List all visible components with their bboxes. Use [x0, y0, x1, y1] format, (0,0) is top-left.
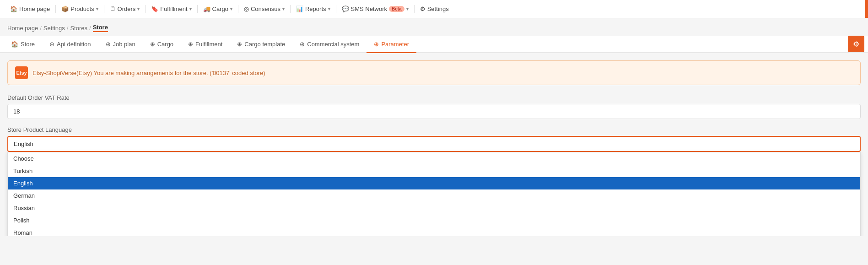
nav-divider — [55, 5, 56, 13]
chevron-down-icon: ▾ — [282, 6, 285, 11]
chevron-down-icon: ▾ — [406, 6, 409, 11]
tab-cargo[interactable]: ⊕ Cargo — [143, 36, 181, 53]
breadcrumb-stores[interactable]: Stores — [70, 25, 87, 32]
consensus-icon: ◎ — [244, 5, 249, 12]
nav-reports[interactable]: 📊 Reports ▾ — [291, 0, 335, 18]
breadcrumb-separator: / — [89, 25, 91, 32]
language-select-input[interactable] — [7, 136, 861, 152]
nav-divider — [414, 5, 415, 13]
fulfillment-icon: 🔖 — [151, 5, 158, 12]
top-navigation: 🏠 Home page 📦 Products ▾ 🗒 Orders ▾ 🔖 Fu… — [0, 0, 868, 18]
breadcrumb-separator: / — [40, 25, 42, 32]
etsy-icon: Etsy — [15, 66, 28, 79]
nav-divider — [290, 5, 291, 13]
nav-consensus[interactable]: ◎ Consensus ▾ — [239, 0, 289, 18]
products-icon: 📦 — [61, 5, 69, 12]
fulfillment-tab-icon: ⊕ — [188, 41, 193, 48]
tabs-bar: 🏠 Store ⊕ Api definition ⊕ Job plan ⊕ Ca… — [0, 36, 868, 53]
home-icon: 🏠 — [10, 5, 17, 12]
tab-api-definition[interactable]: ⊕ Api definition — [42, 36, 98, 53]
nav-divider — [238, 5, 238, 13]
store-tab-icon: 🏠 — [11, 41, 18, 48]
reports-icon: 📊 — [296, 5, 303, 12]
orders-icon: 🗒 — [110, 5, 116, 12]
breadcrumb-separator: / — [67, 25, 69, 32]
job-tab-icon: ⊕ — [106, 41, 111, 48]
dropdown-item-german[interactable]: German — [8, 189, 860, 202]
vat-rate-label: Default Order VAT Rate — [7, 94, 861, 101]
chevron-down-icon: ▾ — [230, 6, 232, 11]
gear-icon: ⚙ — [853, 40, 859, 49]
cargo-template-tab-icon: ⊕ — [237, 41, 242, 48]
language-dropdown: Choose Turkish English German Russian Po… — [7, 152, 861, 236]
beta-badge: Beta — [389, 6, 404, 12]
breadcrumb: Home page / Settings / Stores / Store — [0, 18, 868, 36]
tab-commercial-system[interactable]: ⊕ Commercial system — [292, 36, 367, 53]
alert-message: Etsy-ShopiVerse(Etsy) You are making arr… — [32, 70, 265, 76]
language-group: Store Product Language Choose Turkish En… — [7, 126, 861, 152]
alert-banner: Etsy Etsy-ShopiVerse(Etsy) You are makin… — [7, 60, 861, 85]
nav-divider — [145, 5, 146, 13]
commercial-tab-icon: ⊕ — [300, 41, 305, 48]
main-content: Etsy Etsy-ShopiVerse(Etsy) You are makin… — [0, 53, 868, 236]
chevron-down-icon: ▾ — [189, 6, 192, 11]
dropdown-item-russian[interactable]: Russian — [8, 202, 860, 214]
vat-rate-group: Default Order VAT Rate — [7, 94, 861, 119]
nav-fulfillment[interactable]: 🔖 Fulfillment ▾ — [146, 0, 196, 18]
cargo-tab-icon: ⊕ — [150, 41, 155, 48]
parameter-tab-icon: ⊕ — [374, 41, 379, 48]
nav-homepage[interactable]: 🏠 Home page — [5, 0, 54, 18]
nav-divider — [104, 5, 104, 13]
tabs-settings-button[interactable]: ⚙ — [848, 36, 864, 52]
gear-icon: ⚙ — [420, 5, 426, 12]
tab-store[interactable]: 🏠 Store — [4, 36, 42, 53]
nav-divider — [197, 5, 198, 13]
nav-divider — [336, 5, 336, 13]
nav-products[interactable]: 📦 Products ▾ — [57, 0, 102, 18]
nav-orders[interactable]: 🗒 Orders ▾ — [105, 0, 145, 18]
api-tab-icon: ⊕ — [49, 41, 54, 48]
dropdown-item-roman[interactable]: Roman — [8, 227, 860, 236]
cargo-icon: 🚚 — [203, 5, 210, 12]
tab-cargo-template[interactable]: ⊕ Cargo template — [230, 36, 292, 53]
vat-rate-input[interactable] — [7, 104, 861, 119]
language-select-wrapper: Choose Turkish English German Russian Po… — [7, 136, 861, 152]
sms-icon: 💬 — [342, 5, 349, 12]
nav-sms-network[interactable]: 💬 SMS Network Beta ▾ — [337, 0, 413, 18]
nav-settings[interactable]: ⚙ Settings — [415, 0, 453, 18]
dropdown-item-english[interactable]: English — [8, 177, 860, 189]
tab-parameter[interactable]: ⊕ Parameter — [367, 36, 416, 53]
breadcrumb-homepage[interactable]: Home page — [7, 25, 38, 32]
chevron-down-icon: ▾ — [96, 6, 98, 11]
breadcrumb-current: Store — [93, 24, 108, 32]
nav-cargo[interactable]: 🚚 Cargo ▾ — [199, 0, 237, 18]
tab-fulfillment[interactable]: ⊕ Fulfillment — [181, 36, 230, 53]
tab-job-plan[interactable]: ⊕ Job plan — [98, 36, 143, 53]
language-label: Store Product Language — [7, 126, 861, 133]
dropdown-item-turkish[interactable]: Turkish — [8, 165, 860, 177]
breadcrumb-settings[interactable]: Settings — [43, 25, 65, 32]
dropdown-item-polish[interactable]: Polish — [8, 214, 860, 227]
dropdown-item-choose[interactable]: Choose — [8, 152, 860, 165]
chevron-down-icon: ▾ — [137, 6, 140, 11]
chevron-down-icon: ▾ — [328, 6, 330, 11]
